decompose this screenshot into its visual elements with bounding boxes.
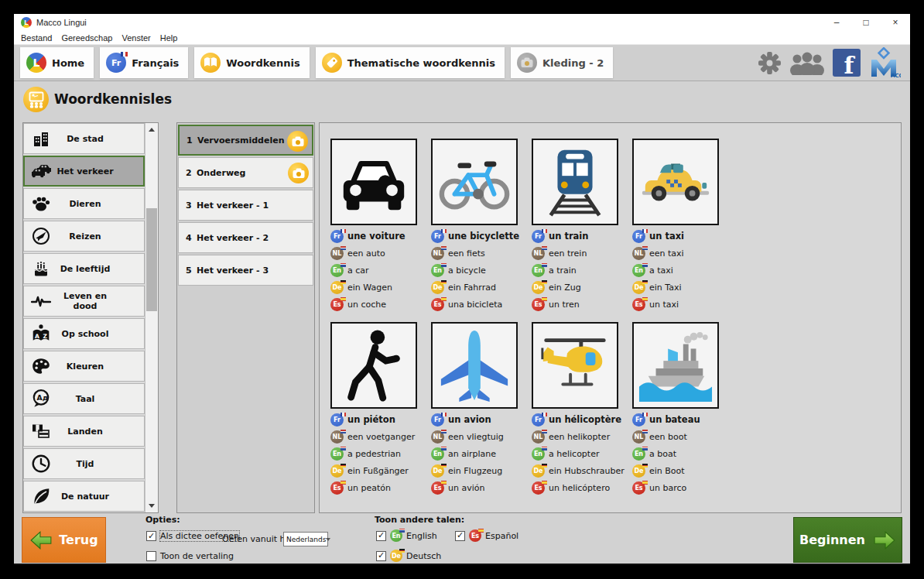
tab-kleding[interactable]: Kleding - 2 [511, 47, 613, 78]
sidebar-item-reizen[interactable]: Reizen [23, 221, 145, 252]
spanish-checkbox[interactable] [455, 531, 465, 541]
travel-icon [29, 227, 53, 245]
window-bottom-edge [14, 564, 910, 565]
practice-from-select[interactable]: Nederlands [283, 532, 328, 546]
tab-francais-label: Français [132, 57, 179, 69]
menu-gereedschap[interactable]: Gereedschap [56, 33, 117, 43]
lesson-item-onderweg[interactable]: 2 Onderweg [178, 157, 313, 188]
car-image [330, 139, 417, 225]
german-checkbox[interactable] [376, 551, 386, 561]
heartbeat-icon [29, 292, 53, 310]
spanish-badge: Es [330, 298, 344, 311]
back-button[interactable]: Terug [22, 517, 106, 563]
menu-bar: Bestand Gereedschap Venster Help [14, 31, 910, 45]
close-button[interactable]: × [881, 14, 910, 31]
palette-icon [29, 356, 53, 376]
german-badge: De [330, 281, 344, 294]
english-badge: En [632, 264, 645, 277]
translation-checkbox[interactable] [146, 551, 156, 561]
paw-icon [29, 194, 53, 213]
sidebar-item-het-verkeer[interactable]: Het verkeer [23, 156, 145, 187]
lesson-list: 1 Vervoersmiddelen 2 Onderweg 3 Het verk… [176, 122, 315, 513]
tab-thematische-label: Thematische woordkennis [347, 57, 495, 69]
spanish-option[interactable]: Es Español [455, 529, 518, 542]
french-badge: Fr [431, 230, 444, 243]
translation-option[interactable]: Toon de vertaling [146, 551, 234, 561]
sidebar-item-de-natuur[interactable]: De natuur [23, 481, 145, 512]
bicycle-image [431, 139, 518, 225]
sidebar-item-taal[interactable]: Ад Taal [23, 383, 145, 414]
macco-logo: ACCO [868, 47, 901, 78]
other-languages-label: Toon andere talen: [375, 515, 464, 525]
lesson-item-vervoersmiddelen[interactable]: 1 Vervoersmiddelen [178, 125, 313, 156]
scroll-up-icon[interactable] [145, 123, 158, 136]
sidebar-item-de-leeftijd[interactable]: De leeftijd [23, 253, 145, 284]
tab-woordkennis-label: Woordkennis [226, 57, 299, 69]
vocabulary-panel: Frune voiture NLeen auto Ena car Deein W… [319, 122, 902, 513]
clock-icon [29, 454, 53, 474]
scrollbar-thumb[interactable] [146, 208, 157, 311]
start-button[interactable]: Beginnen [793, 517, 902, 563]
spanish-badge: Es [632, 298, 645, 311]
french-badge: Fr [330, 230, 344, 243]
sidebar-item-de-stad[interactable]: De stad [23, 123, 145, 154]
cake-icon [29, 259, 53, 278]
dutch-badge: NL [431, 430, 444, 444]
gear-icon[interactable] [758, 51, 782, 75]
leaf-icon [29, 486, 53, 506]
page-title: Woordkennisles [54, 91, 172, 107]
spanish-badge: Es [469, 529, 481, 542]
maximize-button[interactable]: □ [851, 14, 881, 31]
scroll-down-icon[interactable] [145, 499, 158, 512]
german-badge: De [532, 281, 545, 294]
lesson-item-het-verkeer-1[interactable]: 3 Het verkeer - 1 [178, 190, 313, 221]
svg-text:A: A [35, 333, 39, 340]
sidebar-item-landen[interactable]: Landen [23, 416, 145, 447]
book-icon [200, 53, 221, 73]
dutch-badge: NL [431, 247, 444, 260]
facebook-icon[interactable]: f [833, 49, 861, 77]
german-badge: De [431, 281, 444, 294]
menu-bestand[interactable]: Bestand [16, 33, 56, 43]
tab-home[interactable]: L Home [20, 47, 94, 78]
tab-home-label: Home [52, 57, 84, 69]
english-checkbox[interactable] [376, 531, 386, 541]
menu-help[interactable]: Help [156, 33, 183, 43]
svg-text:Ад: Ад [37, 393, 49, 402]
english-option[interactable]: En English [376, 529, 437, 542]
camera-gray-icon [517, 53, 537, 73]
french-badge: Fr [532, 413, 545, 427]
sidebar-item-dieren[interactable]: Dieren [23, 188, 145, 219]
minimize-button[interactable]: – [822, 14, 851, 31]
vocab-card-car: Frune voiture NLeen auto Ena car Deein W… [330, 139, 431, 313]
english-badge: En [330, 264, 344, 277]
lesson-item-het-verkeer-2[interactable]: 4 Het verkeer - 2 [178, 222, 313, 253]
spanish-badge: Es [330, 481, 344, 495]
tab-thematische-woordkennis[interactable]: Thematische woordkennis [316, 47, 505, 78]
sidebar-item-tijd[interactable]: Tijd [23, 448, 145, 479]
german-badge: De [431, 464, 444, 478]
camera-button[interactable] [288, 163, 309, 183]
city-icon [29, 129, 53, 148]
french-badge: Fr [632, 413, 645, 427]
menu-venster[interactable]: Venster [117, 33, 155, 43]
german-badge: De [632, 281, 645, 294]
sidebar-scrollbar[interactable] [145, 123, 158, 512]
tab-francais[interactable]: Fr Français [100, 47, 188, 78]
dictation-checkbox[interactable] [146, 531, 156, 541]
arrow-right-icon [873, 530, 896, 550]
tab-woordkennis[interactable]: Woordkennis [194, 47, 309, 78]
german-option[interactable]: De Deutsch [376, 550, 441, 562]
sidebar-item-leven-en-dood[interactable]: Leven en dood [23, 286, 145, 317]
spanish-badge: Es [431, 481, 444, 495]
language-bubble-icon: Ад [29, 389, 53, 409]
vocab-card-bicycle: Frune bicyclette NLeen fiets Ena bicycle… [431, 139, 532, 313]
sidebar-item-kleuren[interactable]: Kleuren [23, 351, 145, 382]
german-badge: De [532, 464, 545, 478]
users-icon[interactable] [789, 51, 825, 75]
lesson-item-het-verkeer-3[interactable]: 5 Het verkeer - 3 [178, 255, 313, 286]
spanish-badge: Es [431, 298, 444, 311]
school-book-icon: AZ [29, 324, 53, 344]
sidebar-item-op-school[interactable]: AZ Op school [23, 318, 145, 349]
camera-button[interactable] [287, 131, 308, 152]
